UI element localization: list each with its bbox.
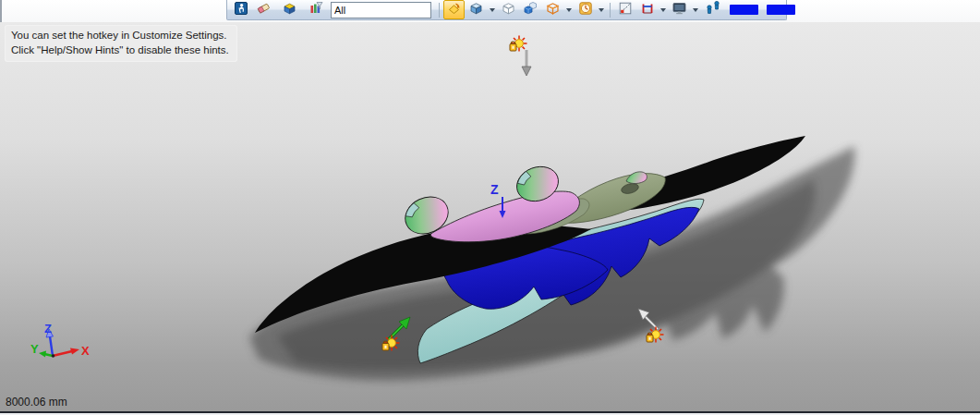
display-style-wireframe-icon	[501, 1, 516, 19]
eraser-icon	[256, 1, 271, 19]
blue-swatch-button-1[interactable]	[730, 5, 758, 15]
triad-x-label: X	[81, 344, 90, 358]
measure-button[interactable]	[636, 0, 658, 19]
toolbar-separator	[439, 3, 440, 18]
measurement-readout: 8000.06 mm	[6, 396, 67, 409]
scene-clock-icon	[578, 1, 593, 19]
hint-tooltip: You can set the hotkey in Customize Sett…	[5, 25, 237, 62]
screen-capture-dropdown[interactable]	[691, 1, 700, 18]
triad-y-label: Y	[30, 342, 39, 356]
reference-triad: Z X Y	[30, 322, 90, 358]
filter-combobox[interactable]	[331, 2, 431, 18]
screen-capture-button[interactable]	[669, 0, 690, 19]
scene-button[interactable]	[575, 0, 596, 19]
canopy-bump	[626, 172, 647, 184]
blue-swatch-button-2[interactable]	[767, 5, 795, 15]
appearance-dropdown[interactable]	[564, 1, 574, 18]
application-window: Z	[0, 0, 980, 415]
graphics-viewport[interactable]: Z	[0, 22, 980, 411]
directional-light-top[interactable]	[510, 36, 531, 77]
scene-dropdown[interactable]	[597, 1, 606, 18]
hint-line-1: You can set the hotkey in Customize Sett…	[11, 28, 229, 43]
screen-icon	[671, 1, 687, 19]
triad-z-label: Z	[44, 322, 52, 336]
display-style-dropdown[interactable]	[488, 1, 497, 18]
measure-icon	[640, 1, 655, 19]
display-style-hidden-lines-icon	[523, 1, 538, 19]
box-display-button[interactable]	[279, 0, 300, 19]
box-display-icon	[282, 1, 297, 19]
appearance-wirebox-button[interactable]	[542, 0, 563, 19]
svg-text:Z: Z	[490, 182, 499, 197]
section-view-icon	[618, 1, 633, 19]
display-style-wireframe-button[interactable]	[498, 0, 519, 19]
measure-dropdown[interactable]	[659, 1, 668, 18]
walk-figures-icon	[704, 0, 722, 19]
selection-filter-icon	[309, 1, 323, 19]
hint-line-2: Click "Help/Show Hints" to disable these…	[11, 43, 229, 57]
titlebar	[0, 0, 980, 22]
display-style-shaded-icon	[468, 1, 484, 19]
display-style-hidden-lines-button[interactable]	[520, 0, 541, 19]
walk-figures-button[interactable]	[701, 0, 725, 19]
section-view-button[interactable]	[614, 0, 635, 19]
selection-filter-button[interactable]	[305, 0, 326, 19]
heads-up-view-toolbar	[226, 0, 787, 20]
eraser-button[interactable]	[252, 0, 273, 19]
toolbar-separator	[610, 3, 611, 18]
appearance-wirebox-icon	[545, 1, 561, 19]
display-style-shaded-button[interactable]	[466, 0, 487, 19]
view-orientation-icon	[446, 1, 462, 19]
walk-navigation-icon	[234, 1, 248, 19]
view-orientation-button[interactable]	[443, 0, 465, 19]
3d-scene[interactable]: Z	[0, 22, 980, 411]
walk-navigation-button[interactable]	[230, 0, 251, 19]
